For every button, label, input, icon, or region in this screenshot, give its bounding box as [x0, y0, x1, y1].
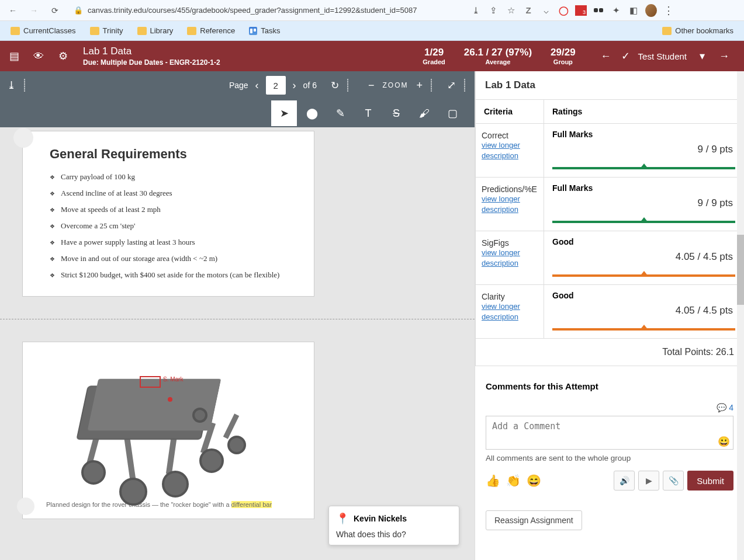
other-bookmarks[interactable]: Other bookmarks — [656, 24, 739, 37]
criterion-name: Correct — [482, 131, 538, 140]
text-tool[interactable]: T — [355, 100, 381, 126]
comments-count[interactable]: 💬4 — [486, 403, 733, 412]
view-description-link[interactable]: view longerdescription — [482, 140, 538, 161]
pointer-tool[interactable]: ➤ — [271, 100, 297, 126]
bookmark-currentclasses[interactable]: CurrentClasses — [5, 24, 82, 37]
rubric-row: Clarity view longerdescription Good 4.05… — [475, 285, 744, 339]
pin-icon: 📍 — [336, 512, 349, 525]
comment-note: All comments are sent to the whole group — [486, 454, 733, 462]
extension-icons: ⤓ ⇪ ☆ Z ⌵ ◯ 3 ✦ ◧ ⋮ — [470, 5, 674, 16]
student-dropdown-icon[interactable]: ▾ — [695, 49, 709, 63]
emoji-picker-icon[interactable]: 😀 — [718, 436, 730, 448]
rating-cell[interactable]: Full Marks 9 / 9 pts — [544, 124, 743, 177]
rating-slider[interactable] — [552, 217, 735, 223]
speedgrader-header: ▤ 👁 ⚙ Lab 1 Data Due: Multiple Due Dates… — [0, 41, 744, 71]
extension-dots-icon[interactable] — [593, 5, 604, 16]
clap-icon[interactable]: 👏 — [506, 474, 521, 488]
rubric-title: Lab 1 Data — [475, 71, 744, 100]
sidepanel-icon[interactable]: ◧ — [628, 5, 639, 16]
settings-gear-icon[interactable]: ⚙ — [56, 49, 70, 63]
view-description-link[interactable]: view longerdescription — [482, 248, 538, 269]
criterion-cell: Correct view longerdescription — [476, 124, 544, 177]
annotation-author: Kevin Nickels — [354, 514, 407, 523]
page-label: Page — [229, 81, 248, 90]
share-icon[interactable]: ⇪ — [487, 5, 499, 16]
submit-button[interactable]: Submit — [687, 471, 733, 491]
rating-slider[interactable] — [552, 164, 735, 169]
zoom-out-button[interactable]: − — [368, 79, 375, 92]
stat-graded: 1/29Graded — [423, 47, 445, 65]
strikethrough-tool[interactable]: S — [383, 100, 409, 126]
draw-tool[interactable]: 🖌 — [411, 100, 437, 126]
bookmark-library[interactable]: Library — [132, 24, 179, 37]
audio-button[interactable]: 🔊 — [614, 471, 635, 491]
extension-red-icon[interactable]: 3 — [575, 5, 587, 16]
folder-icon — [90, 27, 99, 35]
comment-input[interactable] — [486, 416, 733, 450]
smile-icon[interactable]: 😄 — [527, 474, 541, 488]
menu-kebab-icon[interactable]: ⋮ — [663, 5, 674, 16]
download-icon[interactable]: ⤓ — [7, 79, 16, 92]
annotation-popup[interactable]: 📍 Kevin Nickels What does this do? — [328, 506, 459, 545]
back-button[interactable]: ← — [5, 2, 21, 19]
doc-bullet: Ascend incline of at least 30 degrees — [50, 185, 299, 201]
box-tool[interactable]: ▢ — [440, 100, 465, 126]
thumbs-up-icon[interactable]: 👍 — [486, 474, 500, 488]
annotation-text: What does this do? — [336, 530, 452, 539]
address-bar[interactable]: 🔒 canvas.trinity.edu/courses/455/gradebo… — [68, 2, 465, 19]
assignment-due: Due: Multiple Due Dates - ENGR-2120-1-2 — [83, 58, 220, 67]
extensions-puzzle-icon[interactable]: ✦ — [610, 5, 622, 16]
extension-o-icon[interactable]: ◯ — [558, 5, 569, 16]
prev-student-button[interactable]: ← — [599, 49, 613, 63]
view-description-link[interactable]: view longerdescription — [482, 194, 538, 215]
attach-button[interactable]: 📎 — [663, 471, 684, 491]
reload-button[interactable]: ⟳ — [47, 2, 63, 19]
doc-bullet: Move in and out of our storage area (wid… — [50, 251, 299, 267]
forward-button[interactable]: → — [26, 2, 42, 19]
gradebook-icon[interactable]: ▤ — [7, 49, 21, 63]
reassign-button[interactable]: Reassign Assignment — [486, 510, 582, 530]
profile-avatar[interactable] — [645, 5, 657, 16]
next-student-button[interactable]: → — [717, 49, 731, 63]
view-description-link[interactable]: view longerdescription — [482, 301, 538, 322]
browser-toolbar: ← → ⟳ 🔒 canvas.trinity.edu/courses/455/g… — [0, 0, 744, 21]
scrollbar-track[interactable] — [737, 71, 744, 560]
zotero-icon[interactable]: Z — [522, 5, 534, 16]
pin-tool[interactable]: ⬤ — [299, 100, 325, 126]
folder-icon — [187, 27, 196, 35]
highlight-tool[interactable]: ✎ — [327, 100, 353, 126]
rating-cell[interactable]: Good 4.05 / 4.5 pts — [544, 285, 743, 338]
bookmark-tasks[interactable]: Tasks — [243, 24, 286, 37]
rating-slider[interactable] — [552, 325, 735, 331]
zoom-in-button[interactable]: + — [416, 79, 423, 92]
scrollbar-thumb[interactable] — [737, 235, 744, 305]
rating-cell[interactable]: Good 4.05 / 4.5 pts — [544, 231, 743, 284]
docviewer-toolbar: ⤓ Page ‹ › of 6 ↻ − ZOOM + ⤢ — [0, 71, 475, 99]
bookmark-reference[interactable]: Reference — [181, 24, 241, 37]
folder-icon — [137, 27, 147, 35]
pocket-icon[interactable]: ⌵ — [540, 5, 552, 16]
rubric-row: Predictions/%E view longerdescription Fu… — [475, 178, 744, 231]
page-input[interactable] — [266, 76, 286, 95]
rover-image: S. Mark — [58, 355, 257, 501]
doc-bullet: Carry payload of 100 kg — [50, 169, 299, 185]
comments-section: Comments for this Attempt 💬4 😀 All comme… — [475, 366, 744, 496]
document-scroll[interactable]: General Requirements Carry payload of 10… — [0, 127, 475, 560]
comments-heading: Comments for this Attempt — [486, 381, 733, 391]
prev-page-button[interactable]: ‹ — [255, 79, 259, 92]
criterion-name: Clarity — [482, 292, 538, 301]
next-page-button[interactable]: › — [293, 79, 296, 92]
reaction-buttons: 👍 👏 😄 — [486, 474, 541, 488]
bookmark-trinity[interactable]: Trinity — [84, 24, 129, 37]
install-icon[interactable]: ⤓ — [470, 5, 482, 16]
rating-cell[interactable]: Full Marks 9 / 9 pts — [544, 178, 743, 231]
student-name[interactable]: Test Student — [638, 51, 687, 61]
refresh-icon[interactable]: ↻ — [331, 79, 339, 92]
criterion-cell: SigFigs view longerdescription — [476, 231, 544, 284]
star-icon[interactable]: ☆ — [505, 5, 517, 16]
document-page-2: S. Mark Planned design for the rover cha… — [22, 342, 314, 519]
fullscreen-icon[interactable]: ⤢ — [447, 79, 456, 92]
rating-slider[interactable] — [552, 271, 735, 277]
video-button[interactable]: ▶ — [638, 471, 659, 491]
visibility-icon[interactable]: 👁 — [32, 49, 46, 63]
